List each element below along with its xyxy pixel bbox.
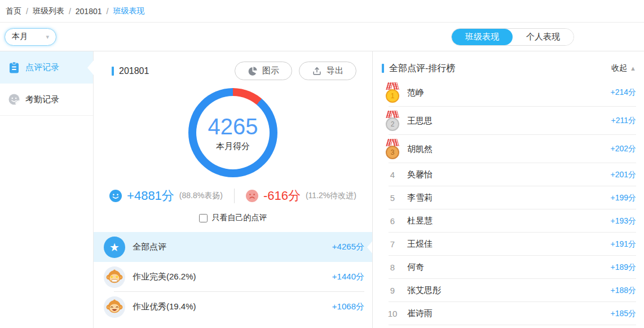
period-select[interactable]: 本月 ▾ [5, 28, 56, 46]
student-name: 杜昱慧 [407, 216, 610, 226]
category-row-all-reviews[interactable]: ★ 全部点评 +4265分 [94, 232, 372, 262]
breadcrumb-class-id[interactable]: 201801 [76, 7, 102, 16]
toolbar: 本月 ▾ 班级表现 个人表现 [0, 23, 644, 51]
positive-score: +4881分 [127, 187, 174, 204]
ranking-row[interactable]: 4 奂馨怡 +201分 [373, 163, 644, 186]
svg-text:★: ★ [115, 274, 119, 279]
class-id-title: 201801 [112, 66, 149, 76]
chart-view-button[interactable]: 图示 [235, 62, 292, 80]
class-score-panel: 201801 图示 导出 [94, 51, 373, 328]
export-icon [312, 66, 322, 76]
rank-number: 6 [385, 216, 400, 226]
rank-number: 10 [385, 309, 400, 318]
svg-text:★: ★ [110, 274, 114, 279]
pie-chart-icon [248, 66, 258, 76]
ranking-row[interactable]: 5 李雪莉 +199分 [373, 186, 644, 209]
student-name: 崔诗雨 [407, 308, 610, 319]
breadcrumb-current-page: 班级表现 [113, 6, 144, 16]
ranking-row[interactable]: 10 崔诗雨 +185分 [373, 302, 644, 325]
positive-stat: +4881分 (88.8%表扬) [109, 187, 223, 204]
tab-class-performance[interactable]: 班级表现 [452, 29, 513, 45]
category-score: +1440分 [332, 272, 364, 282]
chevron-down-icon: ▾ [46, 34, 49, 40]
breadcrumb: 首页 / 班级列表 / 201801 / 班级表现 [0, 0, 644, 23]
sidebar-item-review-records[interactable]: 点评记录 [0, 51, 93, 84]
sidebar-item-label: 考勤记录 [25, 94, 59, 105]
ranking-row[interactable]: 3 胡凯然 +202分 [373, 135, 644, 163]
category-score: +1068分 [332, 301, 364, 312]
review-category-list: ★ 全部点评 +4265分 ★ ★ 作业 [94, 232, 372, 322]
student-name: 王煜佳 [407, 239, 610, 250]
period-select-value: 本月 [12, 32, 28, 42]
rank-number: 9 [385, 286, 400, 295]
sad-face-icon [246, 190, 258, 202]
rank-number: 5 [385, 193, 400, 203]
student-score: +193分 [610, 216, 636, 226]
sidebar: 点评记录 考勤记录 [0, 51, 94, 328]
student-name: 王思思 [407, 116, 611, 126]
ranking-row[interactable]: 9 张艾思彤 +188分 [373, 279, 644, 302]
category-score: +4265分 [332, 242, 364, 252]
monkey-happy-avatar [104, 296, 125, 318]
student-name: 范峥 [407, 88, 610, 98]
collapse-label: 收起 [611, 63, 627, 73]
ranking-title: 全部点评-排行榜 [382, 63, 455, 75]
category-label: 作业优秀(19.4%) [133, 301, 332, 312]
ranking-row[interactable]: 1 范峥 +214分 [373, 78, 644, 107]
student-score: +201分 [610, 170, 636, 180]
sidebar-item-attendance-records[interactable]: 考勤记录 [0, 84, 93, 116]
stats-divider [234, 189, 235, 203]
ranking-row[interactable]: 7 王煜佳 +191分 [373, 233, 644, 256]
export-button[interactable]: 导出 [299, 62, 356, 80]
negative-stat: -616分 (11.2%待改进) [246, 187, 356, 204]
monkey-star-eyes-avatar: ★ ★ [104, 266, 125, 288]
rank-number: 4 [385, 170, 400, 180]
class-panel-header: 201801 图示 导出 [94, 51, 372, 80]
category-row-homework-perfect[interactable]: ★ ★ 作业完美(26.2%) +1440分 [94, 262, 372, 292]
ranking-row[interactable]: 8 何奇 +189分 [373, 256, 644, 279]
student-score: +202分 [610, 144, 636, 154]
breadcrumb-separator: / [26, 7, 28, 16]
breadcrumb-home[interactable]: 首页 [6, 6, 21, 16]
student-name: 奂馨怡 [407, 169, 610, 180]
breadcrumb-separator: / [69, 7, 71, 16]
header-buttons: 图示 导出 [235, 62, 356, 80]
ranking-row[interactable]: 6 杜昱慧 +193分 [373, 209, 644, 233]
chart-view-label: 图示 [262, 65, 279, 76]
collapse-control[interactable]: 收起 ▲ [611, 63, 636, 73]
category-label: 全部点评 [133, 242, 332, 252]
only-my-reviews-checkbox[interactable] [199, 214, 208, 222]
positive-note: (88.8%表扬) [179, 191, 223, 201]
student-name: 张艾思彤 [407, 285, 610, 296]
content-area: 点评记录 考勤记录 201801 [0, 51, 644, 328]
performance-tab-group: 班级表现 个人表现 [451, 28, 574, 46]
score-stats-row: +4881分 (88.8%表扬) -616分 (11.2%待改进) [94, 187, 372, 204]
score-donut-chart: 4265 本月得分 [188, 88, 277, 177]
student-score: +189分 [610, 263, 636, 273]
happy-face-icon [109, 190, 122, 202]
student-name: 李雪莉 [407, 193, 610, 203]
bronze-medal-icon: 3 [385, 139, 400, 159]
ranking-row[interactable]: 2 王思思 +211分 [373, 107, 644, 135]
gold-medal-icon: 1 [385, 82, 400, 103]
tab-personal-performance[interactable]: 个人表现 [513, 29, 574, 45]
student-score: +214分 [610, 88, 636, 98]
student-score: +211分 [611, 116, 637, 126]
ranking-panel: 全部点评-排行榜 收起 ▲ 1 范峥 +214分 2 王思思 +211分 3 [373, 51, 644, 328]
student-score: +185分 [610, 309, 636, 319]
breadcrumb-class-list[interactable]: 班级列表 [33, 6, 64, 16]
score-donut-wrap: 4265 本月得分 [94, 88, 372, 177]
triangle-up-icon: ▲ [630, 65, 636, 72]
rank-number: 8 [385, 263, 400, 272]
category-row-homework-excellent[interactable]: 作业优秀(19.4%) +1068分 [94, 292, 372, 322]
clipboard-icon [8, 62, 20, 74]
category-label: 作业完美(26.2%) [133, 272, 332, 282]
breadcrumb-separator: / [107, 7, 109, 16]
title-accent-bar [382, 64, 384, 73]
month-score-label: 本月得分 [216, 141, 250, 152]
rank-number: 7 [385, 239, 400, 249]
title-accent-bar [112, 67, 114, 76]
student-name: 何奇 [407, 262, 610, 273]
sidebar-item-label: 点评记录 [25, 62, 59, 73]
month-score-value: 4265 [208, 114, 258, 139]
